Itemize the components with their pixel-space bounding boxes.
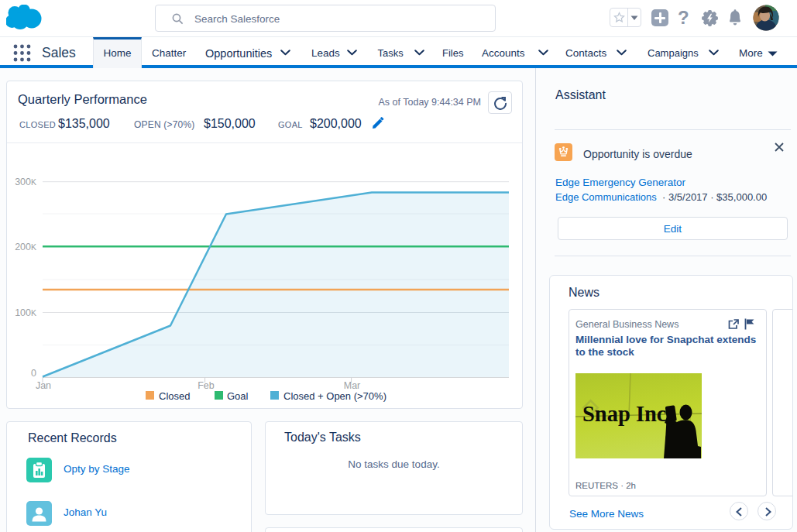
- svg-text:200K: 200K: [15, 242, 36, 252]
- svg-text:0: 0: [31, 368, 36, 379]
- svg-text:Jan: Jan: [36, 380, 51, 390]
- svg-text:100K: 100K: [15, 307, 36, 318]
- svg-text:300K: 300K: [15, 177, 36, 187]
- svg-text:Feb: Feb: [198, 380, 215, 390]
- svg-text:Mar: Mar: [344, 380, 361, 390]
- svg-text:Snap Inc.: Snap Inc.: [582, 402, 672, 426]
